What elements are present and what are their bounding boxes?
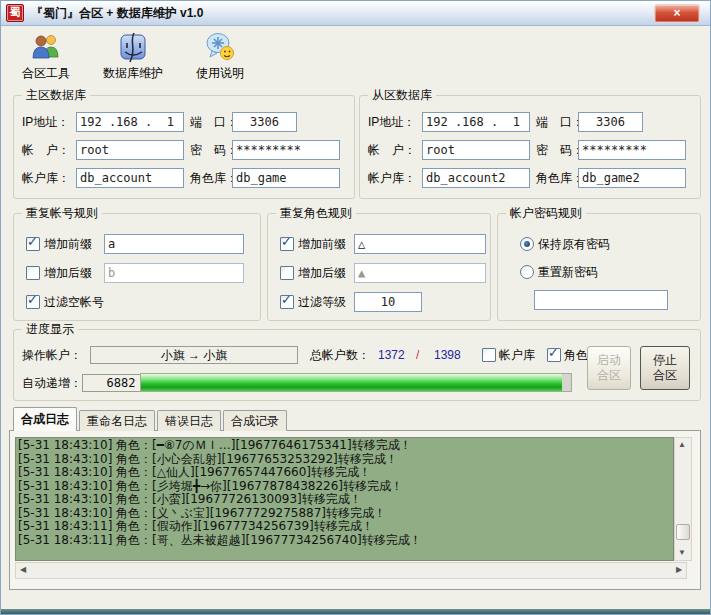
log-line: [5-31 18:43:10] 角色：[小蛮][19677726130093]转… xyxy=(18,493,671,507)
window-bottom-edge xyxy=(1,609,710,614)
window-title: 『蜀门』合区 + 数据库维护 v1.0 xyxy=(31,5,203,22)
password-label: 密 码： xyxy=(190,140,238,160)
progress-fill xyxy=(141,374,562,391)
slave-account-db-input[interactable] xyxy=(422,168,530,188)
reset-password-label: 重置新密码 xyxy=(538,262,598,282)
tab-error-log[interactable]: 错误日志 xyxy=(157,410,221,431)
titlebar: 蜀 『蜀门』合区 + 数据库维护 v1.0 × xyxy=(1,1,710,26)
slave-ip-input[interactable] xyxy=(422,112,530,132)
close-icon: × xyxy=(673,6,680,20)
total-accounts-label: 总帐户数： xyxy=(310,345,370,365)
log-line: [5-31 18:43:10] 角色：[━⑧7のＭＩ…][19677646175… xyxy=(18,439,671,453)
password-label: 密 码： xyxy=(536,140,584,160)
tab-merge-record[interactable]: 合成记录 xyxy=(223,410,287,431)
new-password-input[interactable] xyxy=(534,290,668,310)
keep-password-radio[interactable] xyxy=(520,237,534,251)
reset-password-radio[interactable] xyxy=(520,265,534,279)
group-account-rules: 重复帐号规则 增加前缀 增加后缀 过滤空帐号 xyxy=(13,213,261,321)
log-tab-bar: 合成日志 重命名日志 错误日志 合成记录 xyxy=(13,408,289,431)
master-account-db-input[interactable] xyxy=(76,168,184,188)
account-prefix-input[interactable] xyxy=(104,234,244,254)
toolbar-label: 使用说明 xyxy=(196,65,244,82)
master-user-input[interactable] xyxy=(76,140,184,160)
scroll-right-icon[interactable]: ▶ xyxy=(672,563,686,577)
total-separator: / xyxy=(416,345,419,365)
user-label: 帐 户： xyxy=(22,140,70,160)
progress-bar xyxy=(140,373,572,392)
role-db-checkbox[interactable] xyxy=(547,348,561,362)
group-title: 重复角色规则 xyxy=(276,206,356,220)
toolbar-button-merge-tool[interactable]: 合区工具 xyxy=(13,29,79,84)
slave-role-db-input[interactable] xyxy=(578,168,686,188)
account-suffix-input xyxy=(104,263,244,283)
add-prefix-label: 增加前缀 xyxy=(44,234,92,254)
scroll-left-icon[interactable]: ◀ xyxy=(16,563,30,577)
stop-merge-label-line1: 停止 xyxy=(653,353,677,368)
toolbar-label: 合区工具 xyxy=(22,65,70,82)
database-maintenance-icon xyxy=(117,31,149,63)
vertical-scroll-thumb[interactable] xyxy=(676,524,690,540)
close-button[interactable]: × xyxy=(654,4,700,23)
slave-user-input[interactable] xyxy=(422,140,530,160)
operating-account-label: 操作帐户： xyxy=(22,345,82,365)
group-progress: 进度显示 操作帐户： 小旗 → 小旗 总帐户数： 1372 / 1398 帐户库… xyxy=(13,329,701,401)
master-role-db-input[interactable] xyxy=(232,168,340,188)
users-icon xyxy=(30,31,62,63)
add-prefix-checkbox[interactable] xyxy=(280,237,294,251)
ip-label: IP地址： xyxy=(22,112,69,132)
toolbar-label: 数据库维护 xyxy=(103,65,163,82)
account-db-check-label: 帐户库 xyxy=(499,345,535,365)
app-icon: 蜀 xyxy=(6,4,24,22)
group-password-rules: 帐户密码规则 保持原有密码 重置新密码 xyxy=(497,213,701,321)
account-db-checkbox[interactable] xyxy=(482,348,496,362)
slave-port-input[interactable] xyxy=(578,112,643,132)
start-merge-button[interactable]: 启动 合区 xyxy=(587,346,631,390)
add-suffix-label: 增加后缀 xyxy=(44,263,92,283)
tab-rename-log[interactable]: 重命名日志 xyxy=(79,410,155,431)
log-vertical-scrollbar[interactable]: ▲ ▼ xyxy=(674,437,692,561)
master-port-input[interactable] xyxy=(232,112,297,132)
log-textarea[interactable]: [5-31 18:43:10] 角色：[━⑧7のＭＩ…][19677646175… xyxy=(15,437,674,561)
help-icon xyxy=(204,31,236,63)
group-slave-db: 从区数据库 IP地址： 端 口： 帐 户： 密 码： 帐户库： 角色库： xyxy=(359,95,701,199)
role-db-label: 角色库： xyxy=(536,168,584,188)
operating-account-field: 小旗 → 小旗 xyxy=(90,346,298,364)
log-line: [5-31 18:43:10] 角色：[义丶ぶ宝][19677729275887… xyxy=(18,507,671,521)
add-suffix-checkbox[interactable] xyxy=(280,266,294,280)
stop-merge-label-line2: 合区 xyxy=(653,368,677,383)
tab-merge-log[interactable]: 合成日志 xyxy=(13,407,77,431)
group-master-db: 主区数据库 IP地址： 端 口： 帐 户： 密 码： 帐户库： 角色库： xyxy=(13,95,355,199)
group-title: 重复帐号规则 xyxy=(22,206,102,220)
toolbar-button-help[interactable]: 使用说明 xyxy=(187,29,253,84)
add-suffix-checkbox[interactable] xyxy=(26,266,40,280)
account-db-label: 帐户库： xyxy=(22,168,70,188)
role-db-label: 角色库： xyxy=(190,168,238,188)
add-prefix-checkbox[interactable] xyxy=(26,237,40,251)
log-panel: [5-31 18:43:10] 角色：[━⑧7のＭＩ…][19677646175… xyxy=(9,430,701,590)
stop-merge-button[interactable]: 停止 合区 xyxy=(640,346,690,390)
total-current-value: 1372 xyxy=(378,345,405,365)
master-password-input[interactable] xyxy=(232,140,340,160)
filter-level-input[interactable] xyxy=(354,292,422,312)
toolbar: 合区工具 数据库维护 xyxy=(13,29,253,84)
log-horizontal-scrollbar[interactable]: ◀ ▶ xyxy=(15,562,687,579)
add-prefix-label: 增加前缀 xyxy=(298,234,346,254)
scroll-down-icon[interactable]: ▼ xyxy=(675,546,689,560)
add-suffix-label: 增加后缀 xyxy=(298,263,346,283)
port-label: 端 口： xyxy=(190,112,238,132)
role-prefix-input[interactable] xyxy=(354,234,486,254)
log-line: [5-31 18:43:10] 角色：[小心会乱射][1967765325329… xyxy=(18,453,671,467)
log-line: [5-31 18:43:10] 角色：[彡垮堀╋→你][196778784382… xyxy=(18,480,671,494)
toolbar-button-db-maintenance[interactable]: 数据库维护 xyxy=(99,29,167,84)
keep-password-label: 保持原有密码 xyxy=(538,234,610,254)
role-suffix-input xyxy=(354,263,486,283)
account-db-label: 帐户库： xyxy=(368,168,416,188)
master-ip-input[interactable] xyxy=(76,112,184,132)
filter-level-checkbox[interactable] xyxy=(280,295,294,309)
log-line: [5-31 18:43:11] 角色：[假动作][19677734256739]… xyxy=(18,520,671,534)
start-merge-label-line2: 合区 xyxy=(597,368,621,383)
scroll-up-icon[interactable]: ▲ xyxy=(675,438,689,452)
slave-password-input[interactable] xyxy=(578,140,686,160)
user-label: 帐 户： xyxy=(368,140,416,160)
filter-empty-account-checkbox[interactable] xyxy=(26,295,40,309)
